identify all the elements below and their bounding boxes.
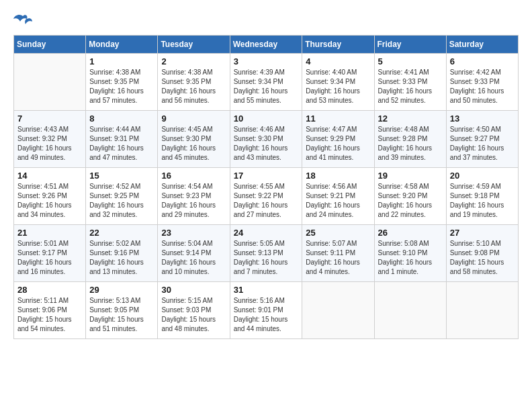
calendar-cell: 9Sunrise: 4:45 AM Sunset: 9:30 PM Daylig…	[158, 111, 230, 168]
day-number: 16	[161, 171, 226, 181]
day-info: Sunrise: 5:08 AM Sunset: 9:10 PM Dayligh…	[378, 239, 443, 277]
day-info: Sunrise: 5:16 AM Sunset: 9:01 PM Dayligh…	[234, 296, 299, 334]
calendar-week-row: 7Sunrise: 4:43 AM Sunset: 9:32 PM Daylig…	[14, 111, 519, 168]
calendar-cell: 20Sunrise: 4:59 AM Sunset: 9:18 PM Dayli…	[446, 168, 518, 225]
calendar-cell: 29Sunrise: 5:13 AM Sunset: 9:05 PM Dayli…	[86, 282, 158, 339]
calendar-cell: 13Sunrise: 4:50 AM Sunset: 9:27 PM Dayli…	[446, 111, 518, 168]
day-number: 24	[234, 228, 299, 238]
day-number: 18	[306, 171, 370, 181]
day-info: Sunrise: 4:45 AM Sunset: 9:30 PM Dayligh…	[161, 125, 226, 163]
day-info: Sunrise: 4:47 AM Sunset: 9:29 PM Dayligh…	[306, 125, 370, 163]
calendar-cell: 23Sunrise: 5:04 AM Sunset: 9:14 PM Dayli…	[158, 225, 230, 282]
day-number: 25	[306, 228, 370, 238]
calendar-cell: 7Sunrise: 4:43 AM Sunset: 9:32 PM Daylig…	[14, 111, 86, 168]
day-info: Sunrise: 4:58 AM Sunset: 9:20 PM Dayligh…	[378, 182, 443, 220]
calendar-table: SundayMondayTuesdayWednesdayThursdayFrid…	[13, 35, 519, 339]
day-number: 27	[450, 228, 515, 238]
calendar-cell: 16Sunrise: 4:54 AM Sunset: 9:23 PM Dayli…	[158, 168, 230, 225]
calendar-week-row: 1Sunrise: 4:38 AM Sunset: 9:35 PM Daylig…	[14, 54, 519, 111]
day-number: 10	[234, 113, 299, 124]
calendar-cell: 25Sunrise: 5:07 AM Sunset: 9:11 PM Dayli…	[302, 225, 374, 282]
calendar-cell: 14Sunrise: 4:51 AM Sunset: 9:26 PM Dayli…	[14, 168, 86, 225]
day-number: 1	[89, 56, 154, 66]
day-info: Sunrise: 4:55 AM Sunset: 9:22 PM Dayligh…	[234, 182, 299, 220]
logo-bird-icon	[13, 13, 32, 28]
calendar-cell: 5Sunrise: 4:41 AM Sunset: 9:33 PM Daylig…	[374, 54, 446, 111]
day-number: 2	[161, 56, 226, 66]
calendar-cell: 17Sunrise: 4:55 AM Sunset: 9:22 PM Dayli…	[230, 168, 302, 225]
day-number: 15	[89, 171, 154, 181]
day-number: 7	[17, 113, 82, 124]
day-info: Sunrise: 4:56 AM Sunset: 9:21 PM Dayligh…	[306, 182, 370, 220]
day-number: 13	[450, 113, 515, 124]
calendar-header-saturday: Saturday	[446, 36, 518, 54]
day-number: 14	[17, 171, 82, 181]
calendar-cell: 2Sunrise: 4:38 AM Sunset: 9:35 PM Daylig…	[158, 54, 230, 111]
calendar-header-tuesday: Tuesday	[158, 36, 230, 54]
calendar-cell: 6Sunrise: 4:42 AM Sunset: 9:33 PM Daylig…	[446, 54, 518, 111]
day-number: 31	[234, 285, 299, 295]
day-number: 29	[89, 285, 154, 295]
calendar-header-thursday: Thursday	[302, 36, 374, 54]
day-info: Sunrise: 4:44 AM Sunset: 9:31 PM Dayligh…	[89, 125, 154, 163]
day-number: 9	[161, 113, 226, 124]
day-info: Sunrise: 4:46 AM Sunset: 9:30 PM Dayligh…	[234, 125, 299, 163]
calendar-cell: 30Sunrise: 5:15 AM Sunset: 9:03 PM Dayli…	[158, 282, 230, 339]
calendar-cell: 1Sunrise: 4:38 AM Sunset: 9:35 PM Daylig…	[86, 54, 158, 111]
day-info: Sunrise: 5:10 AM Sunset: 9:08 PM Dayligh…	[450, 239, 515, 277]
calendar-cell: 11Sunrise: 4:47 AM Sunset: 9:29 PM Dayli…	[302, 111, 374, 168]
calendar-cell: 18Sunrise: 4:56 AM Sunset: 9:21 PM Dayli…	[302, 168, 374, 225]
day-info: Sunrise: 5:04 AM Sunset: 9:14 PM Dayligh…	[161, 239, 226, 277]
page-header	[13, 13, 519, 28]
day-number: 6	[450, 56, 515, 66]
calendar-week-row: 14Sunrise: 4:51 AM Sunset: 9:26 PM Dayli…	[14, 168, 519, 225]
day-number: 26	[378, 228, 443, 238]
day-info: Sunrise: 4:40 AM Sunset: 9:34 PM Dayligh…	[306, 68, 370, 105]
day-info: Sunrise: 5:15 AM Sunset: 9:03 PM Dayligh…	[161, 296, 226, 334]
calendar-cell	[14, 54, 86, 111]
calendar-cell	[302, 282, 374, 339]
day-info: Sunrise: 4:52 AM Sunset: 9:25 PM Dayligh…	[89, 182, 154, 220]
calendar-cell: 26Sunrise: 5:08 AM Sunset: 9:10 PM Dayli…	[374, 225, 446, 282]
day-info: Sunrise: 4:48 AM Sunset: 9:28 PM Dayligh…	[378, 125, 443, 163]
calendar-header-wednesday: Wednesday	[230, 36, 302, 54]
calendar-cell	[446, 282, 518, 339]
day-number: 17	[234, 171, 299, 181]
calendar-cell: 12Sunrise: 4:48 AM Sunset: 9:28 PM Dayli…	[374, 111, 446, 168]
calendar-cell	[374, 282, 446, 339]
calendar-cell: 22Sunrise: 5:02 AM Sunset: 9:16 PM Dayli…	[86, 225, 158, 282]
day-info: Sunrise: 4:42 AM Sunset: 9:33 PM Dayligh…	[450, 68, 515, 105]
calendar-cell: 31Sunrise: 5:16 AM Sunset: 9:01 PM Dayli…	[230, 282, 302, 339]
day-info: Sunrise: 4:54 AM Sunset: 9:23 PM Dayligh…	[161, 182, 226, 220]
day-number: 8	[89, 113, 154, 124]
day-info: Sunrise: 5:13 AM Sunset: 9:05 PM Dayligh…	[89, 296, 154, 334]
day-info: Sunrise: 4:51 AM Sunset: 9:26 PM Dayligh…	[17, 182, 82, 220]
calendar-cell: 28Sunrise: 5:11 AM Sunset: 9:06 PM Dayli…	[14, 282, 86, 339]
calendar-cell: 4Sunrise: 4:40 AM Sunset: 9:34 PM Daylig…	[302, 54, 374, 111]
day-number: 28	[17, 285, 82, 295]
calendar-header-sunday: Sunday	[14, 36, 86, 54]
day-info: Sunrise: 4:38 AM Sunset: 9:35 PM Dayligh…	[89, 68, 154, 105]
day-info: Sunrise: 4:59 AM Sunset: 9:18 PM Dayligh…	[450, 182, 515, 220]
day-info: Sunrise: 4:38 AM Sunset: 9:35 PM Dayligh…	[161, 68, 226, 105]
day-number: 11	[306, 113, 370, 124]
day-info: Sunrise: 5:01 AM Sunset: 9:17 PM Dayligh…	[17, 239, 82, 277]
day-info: Sunrise: 4:41 AM Sunset: 9:33 PM Dayligh…	[378, 68, 443, 105]
day-info: Sunrise: 5:07 AM Sunset: 9:11 PM Dayligh…	[306, 239, 370, 277]
day-number: 20	[450, 171, 515, 181]
calendar-cell: 3Sunrise: 4:39 AM Sunset: 9:34 PM Daylig…	[230, 54, 302, 111]
calendar-cell: 8Sunrise: 4:44 AM Sunset: 9:31 PM Daylig…	[86, 111, 158, 168]
day-number: 12	[378, 113, 443, 124]
day-number: 23	[161, 228, 226, 238]
calendar-cell: 24Sunrise: 5:05 AM Sunset: 9:13 PM Dayli…	[230, 225, 302, 282]
calendar-header-row: SundayMondayTuesdayWednesdayThursdayFrid…	[14, 36, 519, 54]
calendar-week-row: 28Sunrise: 5:11 AM Sunset: 9:06 PM Dayli…	[14, 282, 519, 339]
calendar-header-friday: Friday	[374, 36, 446, 54]
calendar-cell: 27Sunrise: 5:10 AM Sunset: 9:08 PM Dayli…	[446, 225, 518, 282]
calendar-header-monday: Monday	[86, 36, 158, 54]
day-number: 30	[161, 285, 226, 295]
day-number: 22	[89, 228, 154, 238]
calendar-cell: 10Sunrise: 4:46 AM Sunset: 9:30 PM Dayli…	[230, 111, 302, 168]
calendar-cell: 19Sunrise: 4:58 AM Sunset: 9:20 PM Dayli…	[374, 168, 446, 225]
day-info: Sunrise: 4:39 AM Sunset: 9:34 PM Dayligh…	[234, 68, 299, 105]
